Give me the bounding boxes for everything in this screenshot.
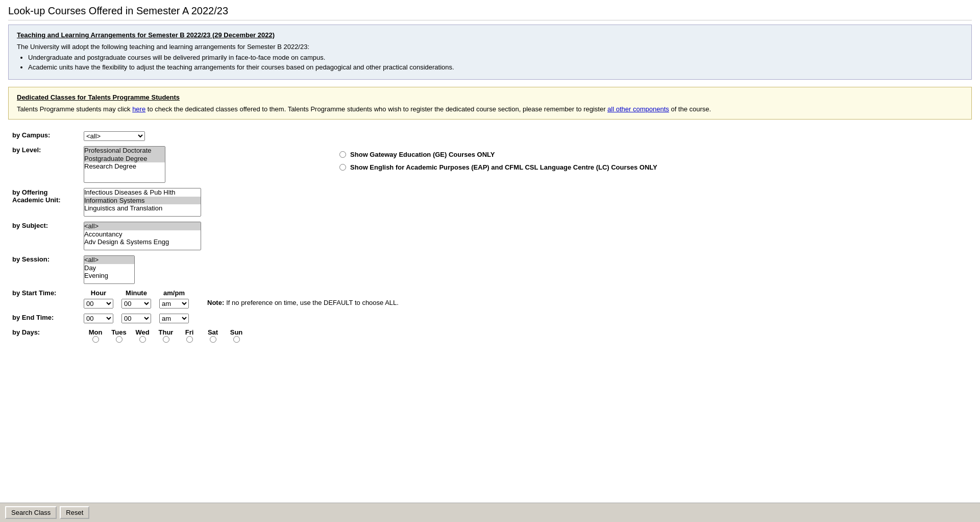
- day-col-sat: Sat: [201, 328, 225, 343]
- day-radio-tues[interactable]: [116, 336, 122, 343]
- note-text: If no preference on time, use the DEFAUL…: [226, 299, 399, 306]
- notice1-bullets: Undergraduate and postgraduate courses w…: [28, 54, 963, 71]
- day-label-sat: Sat: [208, 328, 218, 336]
- session-option-evening: Evening: [84, 272, 134, 280]
- notice2-text-before-link1: Talents Programme students may click: [17, 105, 132, 113]
- start-time-label: by Start Time:: [8, 287, 80, 311]
- day-radio-fri[interactable]: [186, 336, 193, 343]
- radio-ge-label: Show Gateway Education (GE) Courses ONLY: [350, 151, 495, 158]
- start-minute-select[interactable]: 00153045: [121, 299, 151, 309]
- au-option-infecdis: Infectious Diseases & Pub Hlth: [84, 188, 201, 197]
- radio-eap-label: Show English for Academic Purposes (EAP)…: [350, 163, 657, 171]
- academic-unit-control: Infectious Diseases & Pub Hlth Informati…: [80, 185, 319, 219]
- minute-label: Minute: [126, 289, 147, 297]
- day-label-mon: Mon: [89, 328, 103, 336]
- campus-select[interactable]: <all> City U Other: [84, 131, 145, 141]
- radio-eap[interactable]: [339, 164, 346, 171]
- radio-eap-row: Show English for Academic Purposes (EAP)…: [339, 163, 968, 171]
- end-time-label: by End Time:: [8, 311, 80, 326]
- notice1-intro: The University will adopt the following …: [17, 43, 963, 51]
- notice-box-2: Dedicated Classes for Talents Programme …: [8, 87, 972, 120]
- notice2-text-after-link1: to check the dedicated classes offered t…: [145, 105, 607, 113]
- subject-option-acct: Accountancy: [84, 230, 201, 239]
- day-col-wed: Wed: [131, 328, 154, 343]
- notice1-bullet-2: Academic units have the flexibility to a…: [28, 63, 963, 71]
- day-label-tues: Tues: [111, 328, 126, 336]
- level-option-resdeg: Research Degree: [84, 162, 165, 171]
- radio-ge-row: Show Gateway Education (GE) Courses ONLY: [339, 151, 968, 158]
- day-label-fri: Fri: [185, 328, 194, 336]
- notice2-text-after-link2: of the course.: [669, 105, 711, 113]
- day-radio-sun[interactable]: [233, 336, 240, 343]
- notice1-bullet-1: Undergraduate and postgraduate courses w…: [28, 54, 963, 61]
- end-ampm-select[interactable]: ampm: [159, 314, 189, 323]
- end-hour-select[interactable]: 00010203 04050607 0809101112: [84, 314, 113, 323]
- session-option-all: <all>: [84, 256, 134, 264]
- notice2-link2[interactable]: all other components: [607, 105, 669, 113]
- notice2-body: Talents Programme students may click her…: [17, 105, 963, 113]
- start-hour-select[interactable]: 00010203 04050607 0809101112: [84, 299, 113, 309]
- level-option-profdoc: Professional Doctorate: [84, 147, 165, 155]
- days-row: Mon Tues Wed Thur: [84, 328, 968, 343]
- campus-control: <all> City U Other: [80, 129, 319, 144]
- end-minute-select[interactable]: 00153045: [121, 314, 151, 323]
- level-control: Professional Doctorate Postgraduate Degr…: [80, 144, 319, 185]
- subject-select[interactable]: <all> Accountancy Adv Design & Systems E…: [84, 222, 201, 250]
- academic-unit-label: by OfferingAcademic Unit:: [8, 185, 80, 219]
- subject-control: <all> Accountancy Adv Design & Systems E…: [80, 219, 319, 253]
- session-control: <all> Day Evening: [80, 253, 319, 287]
- level-label: by Level:: [8, 144, 80, 185]
- day-col-thur: Thur: [154, 328, 178, 343]
- days-control: Mon Tues Wed Thur: [80, 326, 972, 345]
- day-label-sun: Sun: [230, 328, 243, 336]
- day-col-fri: Fri: [178, 328, 201, 343]
- radio-options-cell: Show Gateway Education (GE) Courses ONLY…: [319, 144, 972, 253]
- notice1-title: Teaching and Learning Arrangements for S…: [17, 31, 963, 39]
- campus-label: by Campus:: [8, 129, 80, 144]
- end-time-control: 00010203 04050607 0809101112 00153045 am…: [80, 311, 972, 326]
- day-radio-sat[interactable]: [210, 336, 216, 343]
- start-ampm-select[interactable]: ampm: [159, 299, 189, 309]
- search-form: by Campus: <all> City U Other by Level: …: [8, 129, 972, 345]
- day-col-tues: Tues: [107, 328, 131, 343]
- au-option-infosys: Information Systems: [84, 197, 201, 205]
- day-radio-wed[interactable]: [139, 336, 146, 343]
- notice2-link1[interactable]: here: [132, 105, 145, 113]
- hour-label: Hour: [91, 289, 106, 297]
- day-label-wed: Wed: [135, 328, 149, 336]
- session-option-day: Day: [84, 264, 134, 272]
- radio-ge[interactable]: [339, 151, 346, 158]
- session-select[interactable]: <all> Day Evening: [84, 255, 135, 284]
- note-area: Note: If no preference on time, use the …: [207, 299, 399, 306]
- days-label: by Days:: [8, 326, 80, 345]
- subject-option-all: <all>: [84, 222, 201, 230]
- day-label-thur: Thur: [159, 328, 174, 336]
- day-radio-mon[interactable]: [92, 336, 99, 343]
- day-col-sun: Sun: [225, 328, 248, 343]
- au-option-lingtrans: Linguistics and Translation: [84, 204, 201, 212]
- note-label: Note:: [207, 299, 224, 306]
- subject-option-adv: Adv Design & Systems Engg: [84, 238, 201, 246]
- start-time-control: Hour 00010203 04050607 0809101112 Minute…: [80, 287, 972, 311]
- page-title: Look-up Courses Offered in Semester A 20…: [8, 5, 972, 20]
- subject-label: by Subject:: [8, 219, 80, 253]
- academic-unit-select[interactable]: Infectious Diseases & Pub Hlth Informati…: [84, 188, 201, 217]
- session-label: by Session:: [8, 253, 80, 287]
- day-col-mon: Mon: [84, 328, 107, 343]
- ampm-label: am/pm: [163, 289, 185, 297]
- day-radio-thur[interactable]: [163, 336, 169, 343]
- radio-options: Show Gateway Education (GE) Courses ONLY…: [339, 149, 968, 171]
- notice-box-1: Teaching and Learning Arrangements for S…: [8, 25, 972, 80]
- level-select[interactable]: Professional Doctorate Postgraduate Degr…: [84, 146, 165, 183]
- notice2-title: Dedicated Classes for Talents Programme …: [17, 93, 963, 101]
- level-option-pgdeg: Postgraduate Degree: [84, 155, 165, 163]
